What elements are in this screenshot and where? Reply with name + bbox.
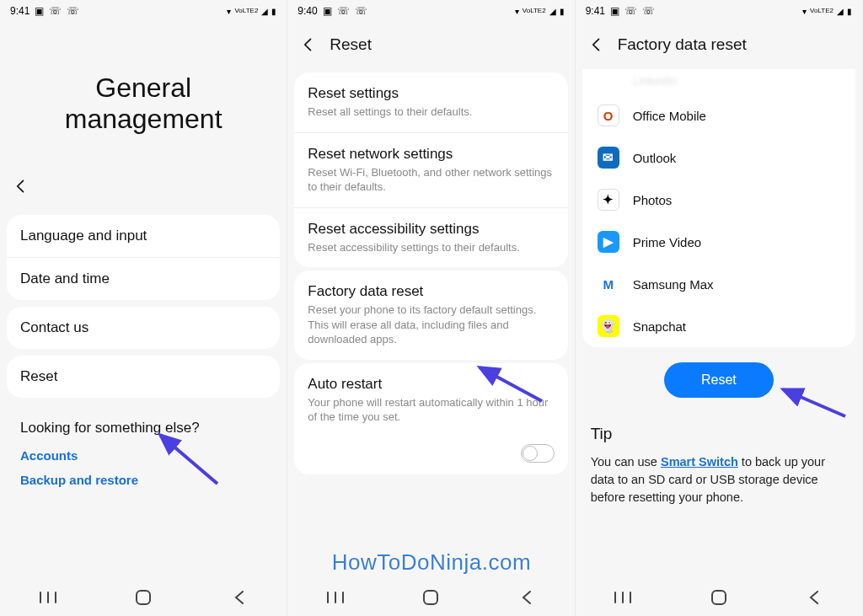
app-label: Photos [633,193,673,207]
app-icon: O [598,104,619,126]
status-icon-whatsapp-2: ☏ [355,5,367,17]
back-icon[interactable] [299,35,318,54]
nav-recent-icon[interactable] [606,581,640,614]
item-auto-restart[interactable]: Auto restart Your phone will restart aut… [294,363,567,437]
screen-factory-data-reset: 9:41 ▣ ☏ ☏ ▾ VoLTE2 ◢ ▮ Factory data res… [576,0,863,616]
settings-card-1: Language and input Date and time [7,215,280,300]
status-icon-whatsapp: ☏ [337,5,350,17]
app-label: Outlook [633,151,677,165]
settings-card-2: Contact us [7,307,280,349]
item-factory-data-reset[interactable]: Factory data reset Reset your phone to i… [294,271,567,360]
item-sub: Your phone will restart automatically wi… [308,395,554,425]
app-label: Snapchat [633,319,686,334]
status-icon-whatsapp: ☏ [624,5,637,17]
nav-recent-icon[interactable] [319,581,352,614]
nav-back-icon[interactable] [222,581,256,614]
header-title: Factory data reset [618,35,747,54]
signal-icon: ◢ [837,7,844,16]
tip-text: You can use Smart Switch to back up your… [591,453,847,506]
nav-recent-icon[interactable] [31,581,65,614]
smart-switch-link[interactable]: Smart Switch [661,455,738,469]
battery-icon: ▮ [560,7,565,16]
status-icon-gallery: ▣ [610,5,619,17]
svg-rect-0 [137,591,150,604]
item-reset[interactable]: Reset [7,356,280,398]
item-title: Reset settings [308,85,554,102]
item-language-input[interactable]: Language and input [7,215,280,258]
else-title: Looking for something else? [20,420,266,437]
tip-title: Tip [591,425,847,443]
item-title: Reset network settings [308,146,554,163]
app-icon: ✉ [598,147,619,169]
app-label: Office Mobile [633,109,706,123]
nav-bar [576,579,862,616]
nav-bar [0,579,287,616]
item-sub: Reset Wi-Fi, Bluetooth, and other networ… [308,165,554,195]
reset-group-2: Factory data reset Reset your phone to i… [294,271,567,360]
nav-bar [287,579,574,616]
header: Factory data reset [576,22,862,69]
app-row: ✉Outlook [582,137,855,179]
nav-home-icon[interactable] [702,581,736,614]
app-label: Prime Video [633,235,701,249]
status-bar: 9:41 ▣ ☏ ☏ ▾ VoLTE2 ◢ ▮ [576,0,862,22]
tip-block: Tip You can use Smart Switch to back up … [576,404,862,513]
nav-home-icon[interactable] [414,581,448,614]
link-accounts[interactable]: Accounts [20,448,266,463]
nav-back-icon[interactable] [510,581,544,614]
item-reset-accessibility[interactable]: Reset accessibility settings Reset acces… [294,208,567,268]
wifi-icon: ▾ [802,7,807,16]
looking-for-else: Looking for something else? Accounts Bac… [7,408,280,501]
apps-list-card: LinkedInOOffice Mobile✉Outlook✦Photos▶Pr… [582,69,855,347]
status-icon-gallery: ▣ [323,5,332,17]
item-reset-network[interactable]: Reset network settings Reset Wi-Fi, Blue… [294,133,567,208]
signal-icon: ◢ [549,7,556,16]
status-icon-whatsapp-2: ☏ [67,5,79,17]
app-icon: 👻 [598,315,619,337]
header-title: Reset [330,35,372,54]
app-row: 👻Snapchat [582,305,855,347]
app-icon: ✦ [598,189,619,211]
status-bar: 9:40 ▣ ☏ ☏ ▾ VoLTE2 ◢ ▮ [287,0,574,22]
app-row-cut: LinkedIn [582,71,855,94]
wifi-icon: ▾ [515,7,519,16]
svg-rect-1 [424,591,437,604]
status-icon-gallery: ▣ [35,5,44,17]
app-row: OOffice Mobile [582,94,855,137]
battery-icon: ▮ [847,7,852,16]
item-title: Auto restart [308,376,554,393]
item-title: Reset accessibility settings [308,221,554,238]
auto-restart-toggle[interactable] [521,444,555,463]
back-icon[interactable] [587,35,606,54]
item-reset-settings[interactable]: Reset settings Reset all settings to the… [294,72,567,133]
app-row: MSamsung Max [582,263,855,305]
nav-back-icon[interactable] [797,581,831,614]
item-date-time[interactable]: Date and time [7,258,280,300]
app-row: ✦Photos [582,179,855,221]
page-title: General management [0,22,287,169]
screen-general-management: 9:41 ▣ ☏ ☏ ▾ VoLTE2 ◢ ▮ General manageme… [0,0,287,616]
battery-icon: ▮ [271,7,276,16]
status-time: 9:41 [10,5,29,17]
reset-group-1: Reset settings Reset all settings to the… [294,72,567,267]
item-contact-us[interactable]: Contact us [7,307,280,349]
screen-reset: 9:40 ▣ ☏ ☏ ▾ VoLTE2 ◢ ▮ Reset Reset sett… [287,0,575,616]
app-label: Samsung Max [633,277,714,292]
volte-label: VoLTE2 [810,8,834,14]
header: Reset [287,22,574,69]
volte-label: VoLTE2 [234,8,258,14]
back-icon[interactable] [12,177,30,196]
app-icon: M [598,273,619,295]
reset-button[interactable]: Reset [664,362,774,398]
app-icon: ▶ [598,231,619,253]
reset-group-3: Auto restart Your phone will restart aut… [294,363,567,474]
status-bar: 9:41 ▣ ☏ ☏ ▾ VoLTE2 ◢ ▮ [0,0,287,22]
settings-card-3: Reset [7,356,280,398]
link-backup-restore[interactable]: Backup and restore [20,473,266,487]
volte-label: VoLTE2 [523,8,546,14]
svg-rect-2 [712,591,726,604]
tip-text-before: You can use [591,455,661,469]
signal-icon: ◢ [261,7,268,16]
item-sub: Reset your phone to its factory default … [308,303,554,347]
nav-home-icon[interactable] [126,581,160,614]
